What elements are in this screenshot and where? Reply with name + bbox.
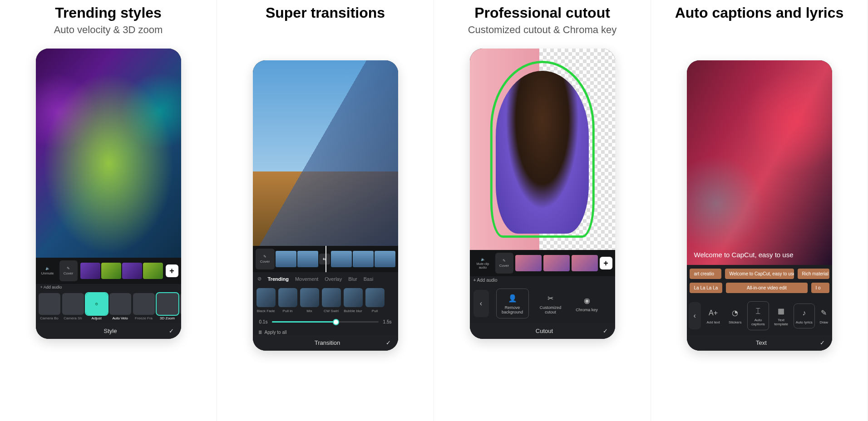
preset-mix[interactable]: Mix	[300, 288, 319, 313]
tool-stickers[interactable]: ◔Stickers	[725, 308, 745, 324]
apply-all-row[interactable]: ≣ Apply to all	[253, 328, 398, 335]
phone-screenshot-2: ✎ Cover ⇆ ⊘ Trending Movement Overlay Bl…	[253, 60, 398, 351]
phone-screenshot-4: Welcome to CapCut, easy to use art creat…	[687, 60, 832, 351]
transition-marker[interactable]: ⇆	[319, 254, 330, 264]
duration-slider-row: 0.1s 1.5s	[253, 316, 398, 328]
add-clip-button[interactable]: +	[600, 257, 612, 269]
video-preview[interactable]	[36, 49, 181, 258]
preset-pull[interactable]: Pull	[365, 288, 385, 313]
video-preview[interactable]	[253, 60, 398, 246]
timeline-clip[interactable]	[331, 251, 352, 267]
subject-shape	[496, 71, 589, 234]
mute-clip-button[interactable]: 🔈 Mute clip audio	[473, 253, 493, 274]
caption-clip[interactable]: Rich material	[798, 269, 829, 279]
preset-label: Pull in	[283, 309, 293, 313]
confirm-icon[interactable]: ✓	[169, 328, 174, 334]
tool-remove-background[interactable]: 👤 Remove background	[496, 289, 529, 318]
playhead[interactable]	[326, 246, 326, 272]
scissors-icon: ✂	[547, 294, 553, 303]
preset-label: Mix	[306, 309, 312, 313]
timeline-clip[interactable]	[515, 255, 542, 271]
unmute-label: Unmute	[41, 271, 54, 275]
tool-label: Customized cutout	[536, 305, 565, 314]
preset-black-fade[interactable]: Black Fade	[256, 288, 276, 313]
add-clip-button[interactable]: +	[166, 264, 178, 277]
preset-pull-in[interactable]: Pull in	[278, 288, 297, 313]
style-item-freeze-frame[interactable]: Freeze Fra	[133, 293, 155, 320]
none-icon[interactable]: ⊘	[257, 276, 261, 282]
mode-label: Transition	[269, 339, 386, 346]
style-label: Camera Sh	[64, 316, 82, 320]
timeline-row[interactable]: ✎ Cover ⇆	[253, 246, 398, 272]
lyric-clip[interactable]: All-in-one video edit	[726, 283, 807, 293]
style-item-auto-velocity[interactable]: Auto Velo	[109, 293, 131, 320]
timeline-clip[interactable]	[276, 251, 296, 267]
pencil-icon: ✎	[503, 259, 506, 263]
panel-title: Professional cutout	[474, 5, 610, 21]
cover-label: Cover	[499, 264, 509, 268]
tab-overlay[interactable]: Overlay	[325, 276, 342, 282]
preset-cw-swirl[interactable]: CW Swirl	[322, 288, 341, 313]
apply-all-label: Apply to all	[265, 330, 287, 335]
cover-label: Cover	[260, 259, 270, 264]
timeline-clip[interactable]	[80, 263, 100, 279]
timeline-clip[interactable]	[122, 263, 142, 279]
back-button[interactable]: ‹	[473, 290, 489, 317]
slider-knob[interactable]	[333, 319, 339, 325]
tab-trending[interactable]: Trending	[268, 276, 289, 282]
tool-label: Remove background	[498, 305, 527, 314]
style-item-camera-sh[interactable]: Camera Sh	[62, 293, 84, 320]
tool-text-template[interactable]: ▦Text template	[772, 305, 791, 326]
timeline-clip[interactable]	[297, 251, 318, 267]
tool-auto-captions[interactable]: ⌶Auto captions	[747, 301, 769, 330]
style-row: Camera Bo Camera Sh ⚙Adjust Auto Velo Fr…	[36, 290, 181, 323]
preset-label: Pull	[372, 309, 378, 313]
transition-tabs: ⊘ Trending Movement Overlay Blur Basi	[253, 272, 398, 285]
tab-basic[interactable]: Basi	[364, 276, 373, 282]
caption-clip[interactable]: art creatio	[690, 269, 721, 279]
tab-blur[interactable]: Blur	[348, 276, 357, 282]
confirm-icon[interactable]: ✓	[820, 339, 825, 346]
timeline-row[interactable]: 🔈 Mute clip audio ✎ Cover +	[470, 250, 615, 276]
style-item-photo-pu[interactable]: Photo Pu	[180, 293, 181, 320]
timeline-clip[interactable]	[572, 255, 598, 271]
cover-button[interactable]: ✎ Cover	[495, 253, 513, 274]
style-item-3d-zoom[interactable]: 3D Zoom	[157, 293, 178, 320]
lyric-clip[interactable]: I o	[811, 283, 829, 293]
speaker-icon: 🔈	[45, 266, 50, 270]
lyric-clip[interactable]: La La La La	[690, 283, 723, 293]
tool-label: Text template	[772, 318, 791, 326]
timeline-clip[interactable]	[543, 255, 570, 271]
style-item-adjust[interactable]: ⚙Adjust	[86, 293, 108, 320]
style-label: Auto Velo	[112, 316, 128, 320]
caption-clip[interactable]: Welcome to CapCut, easy to use	[725, 269, 794, 279]
add-audio-button[interactable]: + Add audio	[470, 276, 615, 284]
tool-add-text[interactable]: A+Add text	[704, 308, 723, 324]
tool-draw[interactable]: ✎Draw	[818, 308, 830, 324]
transition-presets: Black Fade Pull in Mix CW Swirl Bubble b…	[253, 285, 398, 316]
video-preview[interactable]: Welcome to CapCut, easy to use	[687, 60, 832, 265]
cover-button[interactable]: ✎ Cover	[256, 249, 275, 269]
timeline-clip[interactable]	[375, 251, 395, 267]
add-audio-button[interactable]: + Add audio	[36, 284, 181, 290]
timeline-clip[interactable]	[353, 251, 374, 267]
clip-track[interactable]	[80, 263, 163, 279]
tool-chroma-key[interactable]: ◉ Chroma key	[572, 295, 602, 312]
tool-label: Stickers	[729, 320, 741, 324]
duration-slider[interactable]	[272, 321, 378, 323]
tool-auto-lyrics[interactable]: ♪Auto lyrics	[794, 304, 815, 328]
preset-bubble-blur[interactable]: Bubble blur	[344, 288, 363, 313]
style-item-camera-bo[interactable]: Camera Bo	[39, 293, 60, 320]
cover-button[interactable]: ✎ Cover	[59, 260, 78, 281]
back-button[interactable]: ‹	[689, 302, 701, 329]
timeline-clip[interactable]	[101, 263, 121, 279]
unmute-button[interactable]: 🔈 Unmute	[39, 260, 57, 281]
video-preview[interactable]	[470, 49, 615, 250]
timeline-clip[interactable]	[143, 263, 163, 279]
tab-movement[interactable]: Movement	[295, 276, 318, 282]
confirm-icon[interactable]: ✓	[603, 328, 608, 334]
bottom-bar: Text ✓	[687, 335, 832, 351]
confirm-icon[interactable]: ✓	[386, 339, 391, 346]
tool-customized-cutout[interactable]: ✂ Customized cutout	[536, 293, 565, 314]
editor-toolbox: 🔈 Mute clip audio ✎ Cover + + Add audio …	[470, 250, 615, 339]
